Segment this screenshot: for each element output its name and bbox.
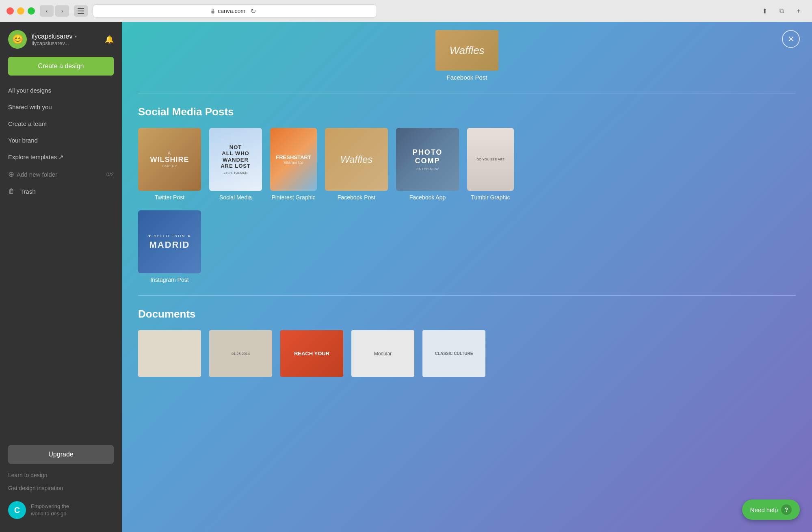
- sidebar-item-label: Shared with you: [8, 104, 52, 110]
- browser-chrome: ‹ › canva.com ↻ ⬆ ⧉ +: [0, 0, 812, 22]
- social-text-2: ALL WHO: [221, 150, 251, 157]
- avatar: 😊: [8, 30, 27, 49]
- user-info: ilycapslusarev ▾ ilycapslusarev...: [32, 33, 100, 46]
- forward-button[interactable]: ›: [55, 5, 69, 17]
- svg-rect-3: [212, 11, 214, 13]
- learn-to-design-link[interactable]: Learn to design: [0, 469, 122, 482]
- template-card-social[interactable]: NOT ALL WHO WANDER ARE LOST J.R.R. TOLKI…: [209, 128, 262, 201]
- sidebar-item-label: Create a team: [8, 120, 47, 127]
- social-text-author: J.R.R. TOLKIEN: [221, 171, 251, 175]
- fb-post-thumb: Waffles: [325, 128, 388, 191]
- maximize-traffic-light[interactable]: [28, 7, 35, 15]
- reload-button[interactable]: ↻: [248, 5, 259, 17]
- template-card-doc3[interactable]: REACH YOUR: [280, 330, 343, 380]
- sidebar-item-label: Your brand: [8, 137, 38, 144]
- doc4-text: Modular: [374, 351, 392, 357]
- sidebar: 😊 ilycapslusarev ▾ ilycapslusarev... 🔔 C…: [0, 22, 122, 532]
- doc2-date-text: 01.28.2014: [230, 350, 251, 357]
- svg-rect-0: [78, 8, 84, 9]
- twitter-thumb: A WILSHIRE BAKERY: [138, 128, 201, 191]
- docs-section-title: Documents: [138, 308, 796, 320]
- template-card-fb-app[interactable]: PHOTO COMP ENTER NOW Facebook App: [396, 128, 459, 201]
- app-container: 😊 ilycapslusarev ▾ ilycapslusarev... 🔔 C…: [0, 22, 812, 532]
- canva-logo: C: [8, 501, 26, 519]
- need-help-button[interactable]: Need help ?: [742, 500, 800, 520]
- user-email: ilycapslusarev...: [32, 40, 100, 46]
- sidebar-item-create-team[interactable]: Create a team: [0, 115, 122, 132]
- canva-footer: C Empowering the world to design: [0, 495, 122, 526]
- pinterest-thumb: FRESHSTART Vitamin Co: [270, 128, 317, 191]
- pinterest-label: Pinterest Graphic: [271, 194, 315, 201]
- pinterest-text-1: FRESHSTART: [276, 154, 311, 160]
- close-button[interactable]: ✕: [782, 30, 800, 48]
- browser-actions: ⬆ ⧉ +: [758, 5, 806, 17]
- create-design-button[interactable]: Create a design: [8, 57, 114, 76]
- sidebar-item-shared[interactable]: Shared with you: [0, 99, 122, 115]
- section-divider-docs: [138, 295, 796, 296]
- template-card-instagram[interactable]: ★ HELLO FROM ★ MADRID Instagram Post: [138, 210, 201, 283]
- sidebar-item-explore[interactable]: Explore templates ↗: [0, 149, 122, 166]
- sidebar-item-label: Trash: [20, 188, 36, 195]
- upgrade-button[interactable]: Upgrade: [8, 445, 114, 464]
- doc4-thumb: Modular: [351, 330, 414, 377]
- template-card-doc1[interactable]: [138, 330, 201, 380]
- fb-app-thumb: PHOTO COMP ENTER NOW: [396, 128, 459, 191]
- fb-app-label: Facebook App: [409, 194, 446, 201]
- address-bar[interactable]: canva.com ↻: [93, 4, 377, 17]
- svg-rect-1: [78, 11, 84, 11]
- back-button[interactable]: ‹: [40, 5, 54, 17]
- minimize-traffic-light[interactable]: [17, 7, 24, 15]
- social-text-1: NOT: [221, 144, 251, 151]
- sidebar-item-all-designs[interactable]: All your designs: [0, 82, 122, 99]
- social-templates-row-2: ★ HELLO FROM ★ MADRID Instagram Post: [138, 210, 796, 283]
- twitter-text-sub: BAKERY: [150, 164, 189, 168]
- bell-icon[interactable]: 🔔: [105, 35, 114, 44]
- folder-label: Add new folder: [17, 171, 106, 178]
- window-button[interactable]: ⧉: [775, 5, 788, 17]
- template-card-tumblr[interactable]: DO YOU SEE ME? Tumblr Graphic: [467, 128, 514, 201]
- new-tab-button[interactable]: +: [792, 5, 806, 17]
- share-button[interactable]: ⬆: [758, 5, 771, 17]
- top-template-thumb[interactable]: Waffles: [435, 30, 498, 71]
- sidebar-item-label: Explore templates ↗: [8, 154, 64, 161]
- docs-row: 01.28.2014 REACH YOUR Modular: [138, 330, 796, 380]
- social-text-3: WANDER: [221, 157, 251, 163]
- doc3-thumb: REACH YOUR: [280, 330, 343, 377]
- top-template-label: Facebook Post: [446, 74, 487, 81]
- social-label: Social Media: [219, 194, 252, 201]
- need-help-label: Need help: [750, 506, 778, 513]
- section-divider-top: [138, 93, 796, 93]
- sidebar-toggle-button[interactable]: [74, 5, 88, 17]
- template-card-doc5[interactable]: CLASSIC CULTURE: [422, 330, 485, 380]
- sidebar-item-label: All your designs: [8, 87, 51, 94]
- template-card-fb-post[interactable]: Waffles Facebook Post: [325, 128, 388, 201]
- dropdown-arrow-icon: ▾: [75, 34, 77, 39]
- trash-icon: 🗑: [8, 188, 15, 195]
- instagram-city-text: MADRID: [148, 240, 192, 250]
- add-folder-item[interactable]: ⊕ Add new folder 0/2: [0, 166, 122, 183]
- plus-circle-icon: ⊕: [8, 170, 14, 179]
- doc2-thumb: 01.28.2014: [209, 330, 272, 377]
- fb-app-text-2: COMP: [413, 157, 443, 165]
- docs-section: Documents 01.28.2014 REACH YOUR: [138, 308, 796, 380]
- sidebar-bottom: Upgrade Learn to design Get design inspi…: [0, 440, 122, 532]
- sidebar-item-your-brand[interactable]: Your brand: [0, 132, 122, 149]
- template-card-twitter[interactable]: A WILSHIRE BAKERY Twitter Post: [138, 128, 201, 201]
- template-card-doc4[interactable]: Modular: [351, 330, 414, 380]
- social-thumb: NOT ALL WHO WANDER ARE LOST J.R.R. TOLKI…: [209, 128, 262, 191]
- get-inspiration-link[interactable]: Get design inspiration: [0, 482, 122, 495]
- twitter-label: Twitter Post: [155, 194, 184, 201]
- tumblr-label: Tumblr Graphic: [471, 194, 510, 201]
- user-profile[interactable]: 😊 ilycapslusarev ▾ ilycapslusarev... 🔔: [0, 22, 122, 57]
- close-traffic-light[interactable]: [6, 7, 14, 15]
- instagram-thumb: ★ HELLO FROM ★ MADRID: [138, 210, 201, 273]
- tumblr-text: DO YOU SEE ME?: [475, 156, 506, 163]
- top-template-area: Waffles Facebook Post: [138, 30, 796, 81]
- template-card-pinterest[interactable]: FRESHSTART Vitamin Co Pinterest Graphic: [270, 128, 317, 201]
- fb-post-waffles-text: Waffles: [340, 154, 373, 165]
- sidebar-item-trash[interactable]: 🗑 Trash: [0, 183, 122, 200]
- instagram-label: Instagram Post: [150, 277, 188, 283]
- doc1-thumb: [138, 330, 201, 377]
- template-card-doc2[interactable]: 01.28.2014: [209, 330, 272, 380]
- folder-badge: 0/2: [106, 171, 114, 177]
